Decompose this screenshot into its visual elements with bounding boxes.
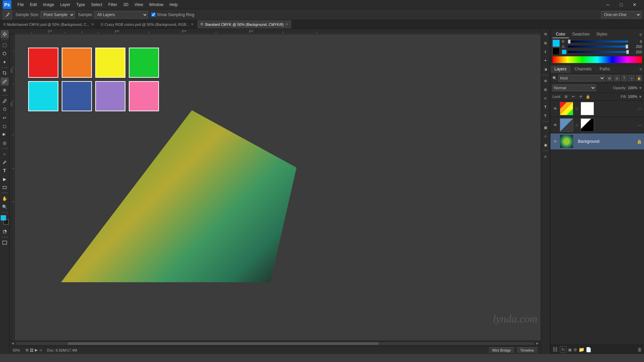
layer-1-visibility[interactable]: 👁 [552, 106, 558, 111]
screen-mode-toggle[interactable] [1, 239, 9, 247]
opacity-arrow[interactable]: ▼ [639, 86, 642, 90]
side-tool-8[interactable]: ≡ [541, 94, 549, 102]
layer-filter-select[interactable]: Kind [558, 75, 605, 81]
canvas-ctrl-2[interactable]: 🖼 [30, 348, 34, 352]
tab-close-multichannel[interactable]: ✕ [91, 22, 94, 26]
side-tool-7[interactable]: ⊞ [541, 85, 549, 94]
menu-file[interactable]: File [15, 2, 26, 8]
mini-bridge-tab[interactable]: Mini Bridge [489, 347, 514, 353]
blur-tool[interactable]: ◎ [1, 139, 9, 147]
swatches-tab[interactable]: Swatches [569, 31, 593, 38]
menu-image[interactable]: Image [40, 2, 57, 8]
menu-help[interactable]: Help [167, 2, 180, 8]
side-tool-9[interactable]: T [541, 103, 549, 111]
layer-bg-visibility[interactable]: 👁 [552, 139, 558, 144]
opacity-value[interactable]: 100% [628, 86, 637, 90]
add-mask-button[interactable]: ◉ [568, 347, 572, 352]
b-slider[interactable] [568, 51, 629, 53]
scroll-left-button[interactable]: ◀ [11, 342, 15, 346]
paths-tab[interactable]: Paths [596, 65, 614, 73]
menu-type[interactable]: Type [73, 2, 88, 8]
foreground-color-swatch[interactable] [1, 215, 6, 221]
fill-value[interactable]: 100% [628, 95, 637, 99]
eyedropper-tool-icon[interactable] [3, 10, 12, 19]
pen-tool[interactable] [1, 158, 9, 166]
menu-3d[interactable]: 3D [120, 2, 131, 8]
tab-close-standard-cmyk[interactable]: ✕ [285, 22, 288, 26]
new-layer-button[interactable]: 📄 [586, 347, 591, 352]
type-tool[interactable]: T [1, 167, 9, 175]
fx-button[interactable]: fx [560, 346, 567, 353]
path-selection-tool[interactable]: ▶ [1, 175, 9, 183]
menu-filter[interactable]: Filter [106, 2, 120, 8]
history-brush-tool[interactable]: ↩ [1, 114, 9, 122]
menu-view[interactable]: View [132, 2, 146, 8]
styles-tab[interactable]: Styles [593, 31, 611, 38]
color-panel-menu[interactable]: ≡ [639, 32, 642, 37]
folder-button[interactable]: 📁 [579, 347, 584, 352]
filter-icon-3[interactable]: T [621, 75, 627, 81]
gradient-tool[interactable] [1, 130, 9, 138]
side-tool-3[interactable]: ℹ [541, 48, 549, 56]
tab-multichannel[interactable]: © Multichannel CMYK.psd @ 50% (Backgroun… [0, 20, 98, 28]
magic-wand-tool[interactable]: ✦ [1, 58, 9, 66]
view-mode-select[interactable]: One-on-One [601, 11, 641, 18]
menu-select[interactable]: Select [88, 2, 105, 8]
eyedropper-tool[interactable] [1, 77, 9, 85]
layer-2-visibility[interactable]: 👁 [552, 122, 558, 128]
lock-pixels-icon[interactable]: ⊞ [563, 94, 569, 99]
canvas-ctrl-3[interactable]: ▶ [35, 348, 38, 352]
side-tool-1[interactable]: ⧉ [541, 30, 549, 38]
fg-mini-swatch[interactable] [552, 40, 560, 47]
zoom-tool[interactable]: 🔍 [1, 203, 9, 211]
fill-arrow[interactable]: ▼ [639, 95, 642, 99]
show-ring-checkbox[interactable] [151, 12, 156, 17]
layer-item-1[interactable]: 👁 ⛓ ⋯ [550, 101, 644, 117]
lock-all-icon[interactable]: 🔒 [585, 94, 591, 99]
adjustments-button[interactable]: ⊕ [573, 347, 577, 352]
side-tool-5[interactable]: ◑ [541, 65, 549, 73]
menu-layer[interactable]: Layer [57, 2, 73, 8]
canvas-scroll-container[interactable]: lynda.com [15, 34, 541, 335]
healing-brush-tool[interactable]: ⊕ [1, 86, 9, 94]
filter-icon-1[interactable]: ⊞ [606, 75, 612, 81]
blend-mode-select[interactable]: Normal [552, 84, 596, 91]
filter-icon-4[interactable]: ⊹ [629, 75, 635, 81]
eraser-tool[interactable]: ◻ [1, 122, 9, 130]
sample-size-select[interactable]: Point Sample [41, 11, 75, 18]
channels-tab[interactable]: Channels [571, 65, 596, 73]
filter-icon-2[interactable]: ◎ [614, 75, 620, 81]
lock-position-icon[interactable]: ✛ [578, 94, 583, 99]
g-slider[interactable] [568, 46, 628, 48]
layer-item-background[interactable]: 👁 Background 🔒 [550, 133, 644, 150]
layer-1-more[interactable]: ⋯ [638, 106, 642, 111]
canvas-ctrl-1[interactable]: ⊞ [25, 348, 29, 352]
side-tool-10[interactable]: ¶ [541, 112, 549, 120]
side-tool-2[interactable]: ⊞ [541, 39, 549, 47]
sample-select[interactable]: All Layers [94, 11, 148, 18]
menu-edit[interactable]: Edit [27, 2, 40, 8]
lasso-tool[interactable] [1, 50, 9, 58]
side-tool-14[interactable]: ≡ [541, 153, 549, 161]
color-swatch-fg-bg[interactable] [0, 215, 9, 225]
r-slider[interactable] [568, 41, 628, 43]
side-tool-6[interactable]: ⚙ [541, 77, 549, 85]
close-button[interactable]: ✕ [628, 0, 641, 9]
move-tool[interactable] [1, 30, 9, 38]
delete-layer-button[interactable]: 🗑 [637, 347, 642, 352]
menu-window[interactable]: Window [147, 2, 166, 8]
side-tool-12[interactable]: ⊹ [541, 132, 549, 140]
quick-mask-toggle[interactable] [1, 228, 9, 236]
layers-panel-menu[interactable]: ≡ [637, 65, 644, 73]
layers-tab[interactable]: Layers [550, 65, 571, 73]
side-tool-4[interactable]: ✦ [541, 56, 549, 64]
tab-crazy-rgb[interactable]: © Crazy RGB colors.psd @ 50% (Background… [98, 20, 198, 28]
panel-link-icon[interactable]: ⛓ [552, 347, 558, 353]
color-spectrum[interactable] [552, 56, 642, 63]
tab-close-crazy-rgb[interactable]: ✕ [191, 22, 194, 26]
h-scrollbar-track[interactable] [16, 342, 534, 345]
tab-standard-cmyk[interactable]: © Standard CMYK @ 50% (Background, CMYK/… [197, 20, 291, 28]
scroll-right-button[interactable]: ▶ [535, 342, 539, 346]
hand-tool[interactable]: ✋ [1, 194, 9, 202]
layer-2-more[interactable]: ⋯ [638, 123, 642, 128]
